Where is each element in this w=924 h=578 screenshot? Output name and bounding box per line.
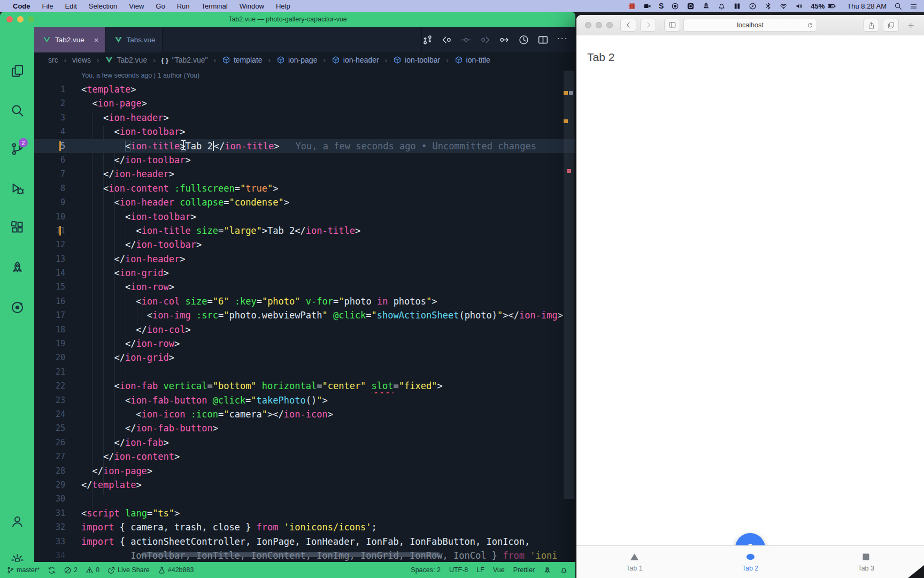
new-tab-button[interactable] [903,19,919,32]
menu-item-help[interactable]: Help [276,2,290,10]
split-editor-icon[interactable] [537,34,549,45]
app-tab-tab-2[interactable]: Tab 2 [692,546,808,578]
zoom-window-button[interactable] [28,16,34,22]
share-button[interactable] [863,19,879,32]
window-tiles-icon[interactable] [733,2,741,10]
code-line-26[interactable]: 26 </ion-fab> [34,436,575,450]
breadcrumb-item[interactable]: { } "Tab2.vue" [161,56,208,64]
code-line-5[interactable]: 5 <ion-title>Tab 2</ion-title>You, a few… [34,139,575,153]
compare-changes-icon[interactable] [422,34,433,45]
breadcrumb-item[interactable]: src [48,56,58,64]
code-line-30[interactable]: 30 [34,492,575,506]
breadcrumb-item[interactable]: ion-title [455,56,490,64]
code-line-18[interactable]: 18 </ion-col> [34,323,575,337]
menu-item-file[interactable]: File [42,2,53,10]
speedtest-icon[interactable]: S [659,2,664,10]
code-line-20[interactable]: 20 </ion-grid> [34,351,575,364]
status-rocket-icon[interactable] [543,566,551,574]
status-2[interactable]: 2 [64,566,78,574]
menu-bar-clock[interactable]: Thu 8:28 AM [847,2,887,10]
breadcrumb-item[interactable]: ion-toolbar [393,56,440,64]
activity-ionic-icon[interactable] [0,293,34,321]
code-line-14[interactable]: 14 <ion-grid> [34,266,575,280]
code-line-2[interactable]: 2 <ion-page> [34,96,575,110]
close-window-button[interactable] [585,22,591,28]
status-spaces-2[interactable]: Spaces: 2 [411,566,441,574]
forward-change-icon[interactable] [499,34,510,45]
code-line-19[interactable]: 19 </ion-row> [34,337,575,351]
activity-extensions-icon[interactable] [0,213,34,241]
status-vue[interactable]: Vue [493,566,505,574]
activity-run-debug-icon[interactable] [0,174,34,202]
zoom-window-button[interactable] [606,22,613,28]
status--42b883[interactable]: #42b883 [158,566,194,574]
minimize-window-button[interactable] [17,16,24,22]
close-tab-icon[interactable]: × [94,35,99,44]
code-line-13[interactable]: 13 </ion-header> [34,252,575,266]
status-sync-icon[interactable] [48,566,56,574]
app-tab-tab-3[interactable]: Tab 3 [808,546,924,578]
more-actions-icon[interactable]: ··· [557,33,568,47]
show-tabs-button[interactable] [883,19,899,32]
status-0[interactable]: 0 [86,566,99,574]
vscode-title-bar[interactable]: Tab2.vue — photo-gallery-capacitor-vue [0,12,575,27]
app-tab-tab-1[interactable]: Tab 1 [576,546,692,578]
editor-tab-Tab2.vue[interactable]: Tab2.vue × [34,27,106,52]
status-prettier[interactable]: Prettier [513,566,535,574]
code-line-8[interactable]: 8 <ion-content :fullscreen="true"> [34,181,575,195]
activity-rocket-icon[interactable] [0,254,34,282]
code-line-6[interactable]: 6 </ion-toolbar> [34,153,575,167]
minimize-window-button[interactable] [596,22,602,28]
code-line-9[interactable]: 9 <ion-header collapse="condense"> [34,195,575,209]
activity-search-icon[interactable] [0,96,34,124]
menu-item-view[interactable]: View [129,2,144,10]
status-live-share[interactable]: Live Share [107,566,150,574]
code-line-11[interactable]: 11 <ion-title size="large">Tab 2</ion-ti… [34,224,575,238]
forward-button[interactable] [640,19,656,32]
code-line-4[interactable]: 4 <ion-toolbar> [34,125,575,139]
code-line-24[interactable]: 24 <ion-icon :icon="camera"></ion-icon> [34,407,575,421]
sidebar-button[interactable] [664,19,680,32]
code-line-3[interactable]: 3 <ion-header> [34,111,575,125]
previous-change-icon[interactable] [441,34,452,45]
status-utf-8[interactable]: UTF-8 [449,566,468,574]
next-change-icon[interactable] [480,34,491,45]
code-line-16[interactable]: 16 <ion-col size="6" :key="photo" v-for=… [34,294,575,308]
code-line-25[interactable]: 25 </ion-fab-button> [34,421,575,435]
code-line-7[interactable]: 7 </ion-header> [34,167,575,181]
record-icon[interactable] [671,2,679,10]
wifi-icon[interactable] [780,2,788,10]
status-bell-icon[interactable] [560,566,568,574]
back-button[interactable] [620,19,636,32]
list-icon[interactable] [910,2,918,10]
bluetooth-icon[interactable] [764,2,772,10]
menu-item-run[interactable]: Run [177,2,190,10]
film-icon[interactable] [628,2,636,10]
search-icon[interactable] [894,2,902,10]
code-line-22[interactable]: 22 <ion-fab vertical="bottom" horizontal… [34,379,575,393]
reload-icon[interactable] [807,22,813,28]
menu-item-window[interactable]: Window [240,2,264,10]
status-lf[interactable]: LF [476,566,484,574]
compass-icon[interactable] [749,2,757,10]
activity-source-control-icon[interactable]: 2 [0,135,34,163]
breadcrumb-item[interactable]: views [72,56,91,64]
breadcrumb-item[interactable]: ion-page [276,56,318,64]
code-line-32[interactable]: 32import { camera, trash, close } from '… [34,520,575,534]
code-editor[interactable]: You, a few seconds ago | 1 author (You) … [34,67,575,562]
code-line-27[interactable]: 27 </ion-content> [34,450,575,463]
breadcrumb-item[interactable]: Tab2.vue [105,56,147,64]
code-line-21[interactable]: 21 [34,365,575,379]
timeline-icon[interactable] [518,34,529,45]
codelens-authors[interactable]: You, a few seconds ago | 1 author (You) [81,69,199,82]
menu-item-code[interactable]: Code [13,2,30,10]
close-window-button[interactable] [6,16,13,22]
code-line-15[interactable]: 15 <ion-row> [34,280,575,294]
code-line-28[interactable]: 28 </ion-page> [34,464,575,478]
menu-item-edit[interactable]: Edit [65,2,76,10]
breadcrumb-item[interactable]: template [222,56,263,64]
code-line-17[interactable]: 17 <ion-img :src="photo.webviewPath" @cl… [34,308,575,322]
menu-item-terminal[interactable]: Terminal [202,2,228,10]
breadcrumb-item[interactable]: ion-header [332,56,379,64]
code-line-1[interactable]: 1<template> [34,82,575,96]
